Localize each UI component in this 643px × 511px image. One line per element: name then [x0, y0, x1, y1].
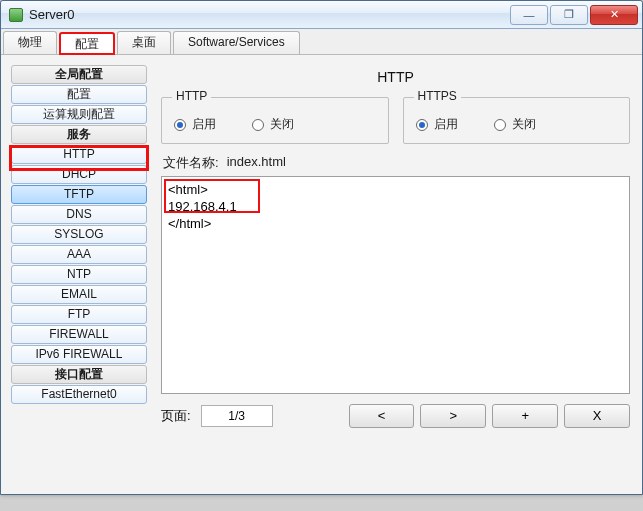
- radio-off-icon: [494, 119, 506, 131]
- app-icon: [9, 8, 23, 22]
- https-enable-radio[interactable]: 启用: [416, 116, 458, 133]
- main-tabs: 物理 配置 桌面 Software/Services: [1, 29, 642, 55]
- page-title: HTTP: [161, 69, 630, 85]
- radio-on-icon: [174, 119, 186, 131]
- highlight-box-content-ip: [164, 179, 260, 213]
- content-line-3: </html>: [168, 216, 211, 231]
- sidebar-item-email[interactable]: EMAIL: [11, 285, 147, 304]
- https-group-legend: HTTPS: [414, 89, 461, 103]
- sidebar-section-services: 服务: [11, 125, 147, 144]
- sidebar-item-tftp[interactable]: TFTP: [11, 185, 147, 204]
- window-title: Server0: [29, 7, 508, 22]
- sidebar-item-aaa[interactable]: AAA: [11, 245, 147, 264]
- tab-desktop[interactable]: 桌面: [117, 31, 171, 54]
- http-disable-radio[interactable]: 关闭: [252, 116, 294, 133]
- minimize-button[interactable]: —: [510, 5, 548, 25]
- pager-add-button[interactable]: +: [492, 404, 558, 428]
- close-button[interactable]: ✕: [590, 5, 638, 25]
- maximize-button[interactable]: ❐: [550, 5, 588, 25]
- sidebar-item-ipv6-firewall[interactable]: IPv6 FIREWALL: [11, 345, 147, 364]
- window-controls: — ❐ ✕: [508, 5, 638, 25]
- sidebar-item-config[interactable]: 配置: [11, 85, 147, 104]
- highlight-box-sidebar-http: [9, 145, 149, 171]
- sidebar-item-firewall[interactable]: FIREWALL: [11, 325, 147, 344]
- radio-off-label: 关闭: [512, 116, 536, 133]
- filename-row: 文件名称: index.html: [163, 154, 628, 172]
- pager-value: 1/3: [201, 405, 273, 427]
- sidebar-item-ftp[interactable]: FTP: [11, 305, 147, 324]
- radio-on-label: 启用: [434, 116, 458, 133]
- tab-physical[interactable]: 物理: [3, 31, 57, 54]
- radio-off-label: 关闭: [270, 116, 294, 133]
- sidebar: 全局配置 配置 运算规则配置 服务 HTTP DHCP TFTP DNS SYS…: [3, 57, 155, 492]
- pager-row: 页面: 1/3 < > + X: [161, 404, 630, 428]
- radio-off-icon: [252, 119, 264, 131]
- radio-on-icon: [416, 119, 428, 131]
- sidebar-item-ntp[interactable]: NTP: [11, 265, 147, 284]
- main-panel: HTTP HTTP 启用 关闭: [155, 57, 640, 492]
- pager-label: 页面:: [161, 407, 191, 425]
- http-group-legend: HTTP: [172, 89, 211, 103]
- filename-label: 文件名称:: [163, 154, 219, 172]
- pager-next-button[interactable]: >: [420, 404, 486, 428]
- https-group: HTTPS 启用 关闭: [403, 97, 631, 144]
- pager-prev-button[interactable]: <: [349, 404, 415, 428]
- service-toggle-row: HTTP 启用 关闭 HTTPS: [161, 97, 630, 144]
- sidebar-section-global: 全局配置: [11, 65, 147, 84]
- sidebar-item-fastethernet0[interactable]: FastEthernet0: [11, 385, 147, 404]
- http-enable-radio[interactable]: 启用: [174, 116, 216, 133]
- sidebar-item-algorithm[interactable]: 运算规则配置: [11, 105, 147, 124]
- pager-delete-button[interactable]: X: [564, 404, 630, 428]
- client-area: 全局配置 配置 运算规则配置 服务 HTTP DHCP TFTP DNS SYS…: [3, 57, 640, 492]
- filename-value: index.html: [227, 154, 286, 172]
- tab-config[interactable]: 配置: [59, 32, 115, 55]
- app-window: Server0 — ❐ ✕ 物理 配置 桌面 Software/Services…: [0, 0, 643, 495]
- radio-on-label: 启用: [192, 116, 216, 133]
- file-content-textarea[interactable]: <html> 192.168.4.1 </html>: [161, 176, 630, 394]
- https-disable-radio[interactable]: 关闭: [494, 116, 536, 133]
- sidebar-section-interfaces: 接口配置: [11, 365, 147, 384]
- titlebar: Server0 — ❐ ✕: [1, 1, 642, 29]
- tab-software-services[interactable]: Software/Services: [173, 31, 300, 54]
- sidebar-item-syslog[interactable]: SYSLOG: [11, 225, 147, 244]
- http-group: HTTP 启用 关闭: [161, 97, 389, 144]
- sidebar-item-dns[interactable]: DNS: [11, 205, 147, 224]
